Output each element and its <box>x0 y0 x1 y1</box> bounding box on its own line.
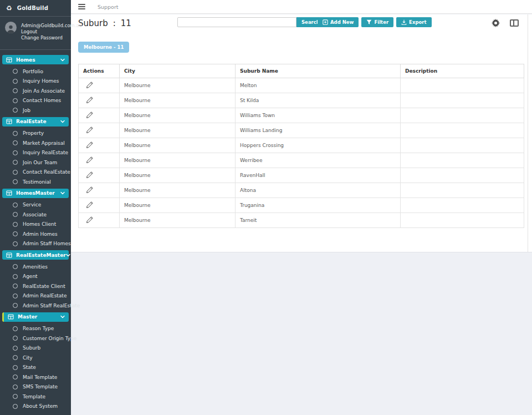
circle-icon <box>13 346 18 351</box>
sidebar-section-label: HomesMaster <box>16 190 60 196</box>
breadcrumb[interactable]: Support <box>98 4 119 10</box>
sidebar-item-realestate-client[interactable]: RealEstate Client <box>0 281 71 291</box>
sidebar-item-template[interactable]: Template <box>0 392 71 402</box>
circle-icon <box>13 231 18 236</box>
edit-pencil-icon[interactable] <box>86 216 94 224</box>
table-row: Melbourne St Kilda <box>79 93 524 108</box>
sidebar-item-market-appraisal[interactable]: Market Appraisal <box>0 138 71 148</box>
sidebar-item-homes-client[interactable]: Homes Client <box>0 220 71 230</box>
table-row: Melbourne Tarneit <box>79 213 524 228</box>
edit-pencil-icon[interactable] <box>86 141 94 149</box>
export-button[interactable]: Export <box>396 17 431 27</box>
table-grid-icon <box>8 314 14 320</box>
add-new-button[interactable]: Add New <box>318 17 359 27</box>
suburb-name-cell: St Kilda <box>236 93 401 108</box>
sidebar-item-inquiry-realestate[interactable]: Inquiry RealEstate <box>0 148 71 158</box>
sidebar-item-join-as-associate[interactable]: Join As Associate <box>0 86 71 96</box>
sidebar-item-reason-type[interactable]: Reason Type <box>0 324 71 334</box>
sidebar-item-admin-staff-realestate[interactable]: Admin Staff RealEstate <box>0 301 71 311</box>
sidebar-item-contact-homes[interactable]: Contact Homes <box>0 96 71 106</box>
page-title: Suburb:11 <box>78 18 131 28</box>
circle-icon <box>13 98 18 103</box>
app-logo[interactable]: ♻ GoldBuild <box>0 0 71 17</box>
city-cell: Melbourne <box>120 93 236 108</box>
sidebar-item-amenities[interactable]: Amenities <box>0 262 71 272</box>
edit-pencil-icon[interactable] <box>86 156 94 164</box>
sidebar-item-sms-template[interactable]: SMS Template <box>0 382 71 392</box>
edit-pencil-icon[interactable] <box>86 171 94 179</box>
sidebar-section-homes[interactable]: Homes <box>2 55 69 64</box>
sidebar-section-realestatemaster[interactable]: RealEstateMaster <box>2 250 69 260</box>
city-cell: Melbourne <box>120 183 236 198</box>
table-header-row: ActionsCitySuburb NameDescription <box>79 64 524 78</box>
sidebar-item-inquiry-homes[interactable]: Inquiry Homes <box>0 77 71 87</box>
filter-funnel-icon <box>366 19 372 25</box>
suburb-name-cell: Hoppers Crossing <box>236 138 401 153</box>
sidebar-item-contact-realestate[interactable]: Contact RealEstate <box>0 168 71 178</box>
sidebar-section-homesmaster[interactable]: HomesMaster <box>2 189 69 198</box>
circle-icon <box>13 394 18 399</box>
edit-pencil-icon[interactable] <box>86 96 94 104</box>
sidebar-item-state[interactable]: State <box>0 363 71 373</box>
table-row: Melbourne Truganina <box>79 198 524 213</box>
sidebar-item-associate[interactable]: Associate <box>0 210 71 220</box>
table-row: Melbourne Altona <box>79 183 524 198</box>
sidebar-item-testimonial[interactable]: Testimonial <box>0 177 71 187</box>
city-cell: Melbourne <box>120 138 236 153</box>
sidebar-item-job[interactable]: Job <box>0 105 71 115</box>
table-row: Melbourne Werribee <box>79 153 524 168</box>
sidebar-item-admin-realestate[interactable]: Admin RealEstate <box>0 291 71 301</box>
sidebar-item-join-our-team[interactable]: Join Our Team <box>0 158 71 168</box>
circle-icon <box>13 160 18 165</box>
edit-pencil-icon[interactable] <box>86 81 94 89</box>
sidebar-section-realestate[interactable]: RealEstate <box>2 117 69 126</box>
toolbar: Add New Filter Export <box>318 17 432 27</box>
sidebar-item-portfolio[interactable]: Portfolio <box>0 67 71 77</box>
sidebar-item-property[interactable]: Property <box>0 129 71 139</box>
circle-icon <box>13 88 18 93</box>
suburb-name-cell: Melton <box>236 78 401 93</box>
card-edge-divider <box>528 14 528 252</box>
city-cell: Melbourne <box>120 198 236 213</box>
table-row: Melbourne Hoppers Crossing <box>79 138 524 153</box>
sidebar-item-mail-template[interactable]: Mail Template <box>0 372 71 382</box>
sidebar-section-label: Homes <box>16 57 60 63</box>
column-header-actions: Actions <box>79 64 120 78</box>
search-input[interactable] <box>177 17 296 27</box>
edit-pencil-icon[interactable] <box>86 126 94 134</box>
circle-icon <box>13 374 18 379</box>
hamburger-icon[interactable] <box>78 4 85 9</box>
filter-button[interactable]: Filter <box>361 17 393 27</box>
sidebar-item-about-system[interactable]: About System <box>0 402 71 412</box>
suburb-name-cell: Williams Town <box>236 108 401 123</box>
suburb-name-cell: RavenHall <box>236 168 401 183</box>
sidebar-item-customer-origin-type[interactable]: Customer Origin Type <box>0 333 71 343</box>
sidebar-section-master[interactable]: Master <box>2 312 69 322</box>
suburb-name-cell: Werribee <box>236 153 401 168</box>
circle-icon <box>13 355 18 360</box>
columns-toggle-icon[interactable] <box>510 19 519 27</box>
change-password-link[interactable]: Change Password <box>21 35 82 41</box>
edit-pencil-icon[interactable] <box>86 111 94 119</box>
sidebar-item-service[interactable]: Service <box>0 200 71 210</box>
edit-pencil-icon[interactable] <box>86 201 94 209</box>
sidebar-item-admin-homes[interactable]: Admin Homes <box>0 229 71 239</box>
logout-link[interactable]: Logout <box>21 29 82 35</box>
sidebar-item-admin-staff-homes[interactable]: Admin Staff Homes <box>0 239 71 249</box>
description-cell <box>401 93 524 108</box>
sidebar-item-suburb[interactable]: Suburb <box>0 343 71 353</box>
city-filter-chip[interactable]: Melbourne - 11 <box>78 42 129 53</box>
description-cell <box>401 213 524 228</box>
city-cell: Melbourne <box>120 213 236 228</box>
edit-pencil-icon[interactable] <box>86 186 94 194</box>
sidebar-nav: Homes Portfolio Inquiry Homes Join As As… <box>0 50 71 411</box>
avatar[interactable] <box>5 22 17 33</box>
description-cell <box>401 183 524 198</box>
sidebar-item-agent[interactable]: Agent <box>0 272 71 282</box>
circle-icon <box>13 365 18 370</box>
table-row: Melbourne Melton <box>79 78 524 93</box>
settings-gear-icon[interactable] <box>492 19 500 27</box>
table-row: Melbourne Williams Town <box>79 108 524 123</box>
table-grid-icon <box>6 119 12 124</box>
sidebar-item-city[interactable]: City <box>0 353 71 363</box>
